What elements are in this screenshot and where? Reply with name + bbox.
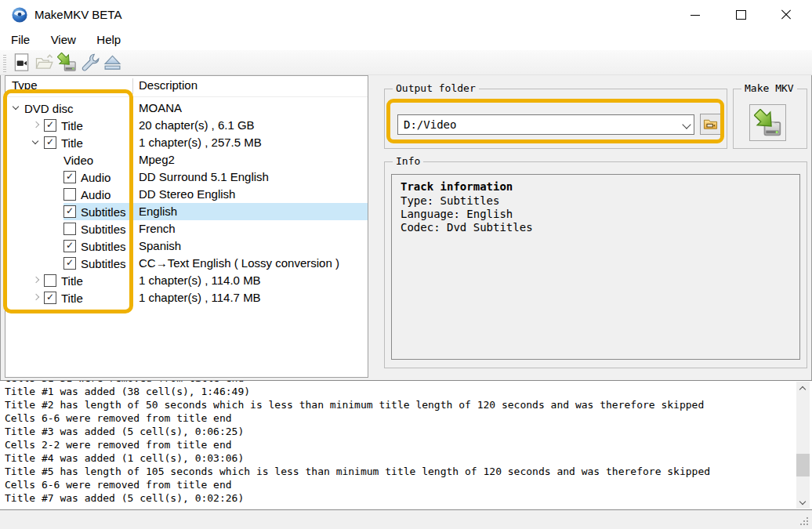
- expander-right-icon[interactable]: [28, 289, 44, 306]
- tree-row[interactable]: Title1 chapter(s) , 114.0 MB: [5, 272, 368, 289]
- expander-right-icon[interactable]: [28, 117, 44, 134]
- output-folder-value: D:/Video: [404, 115, 456, 134]
- log-line: Title #1 was added (38 cell(s), 1:46:49): [5, 385, 793, 398]
- chevron-down-icon: [682, 120, 691, 129]
- tree-row[interactable]: ✓Title1 chapter(s) , 257.5 MB: [5, 134, 368, 151]
- output-folder-combobox[interactable]: D:/Video: [397, 114, 694, 135]
- make-mkv-icon: [754, 109, 782, 137]
- output-folder-label: Output folder: [393, 82, 479, 94]
- make-mkv-button[interactable]: [749, 104, 786, 141]
- description-cell: 1 chapter(s) , 114.7 MB: [139, 289, 261, 306]
- description-cell: Mpeg2: [139, 151, 175, 168]
- menu-help[interactable]: Help: [88, 30, 129, 50]
- scroll-up-icon[interactable]: [796, 382, 810, 394]
- scroll-down-icon[interactable]: [796, 496, 810, 509]
- tree-row[interactable]: ✓SubtitlesCC→Text English ( Lossy conver…: [5, 255, 368, 272]
- folder-browse-icon: [703, 117, 718, 132]
- open-folder-icon: [34, 53, 54, 72]
- scrollbar-thumb[interactable]: [796, 454, 810, 476]
- expander-spacer: [48, 237, 63, 255]
- expander-spacer: [48, 203, 63, 220]
- info-label: Info: [393, 155, 423, 167]
- log-scrollbar[interactable]: [796, 382, 810, 509]
- track-info-type: Type: Subtitles: [401, 194, 499, 207]
- tree-row[interactable]: ✓AudioDD Surround 5.1 English: [5, 168, 368, 186]
- column-header-description[interactable]: Description: [139, 76, 198, 96]
- expander-down-icon[interactable]: [9, 100, 24, 117]
- tree-row[interactable]: AudioDD Stereo English: [5, 186, 368, 203]
- description-cell: MOANA: [139, 100, 182, 117]
- settings-button[interactable]: [78, 52, 101, 74]
- type-label: Subtitles: [81, 257, 126, 270]
- track-checkbox[interactable]: [44, 274, 56, 287]
- menu-file[interactable]: File: [2, 30, 38, 50]
- toolbar: [0, 50, 812, 75]
- expander-spacer: [48, 255, 63, 272]
- minimize-icon: [691, 15, 700, 16]
- track-checkbox[interactable]: ✓: [63, 257, 76, 270]
- type-label: Subtitles: [81, 240, 126, 253]
- type-cell: ✓Subtitles: [5, 203, 368, 220]
- track-checkbox[interactable]: ✓: [44, 292, 56, 304]
- eject-button[interactable]: [101, 52, 124, 74]
- maximize-button[interactable]: [723, 0, 759, 30]
- tree-row[interactable]: DVD discMOANA: [5, 100, 368, 117]
- close-button[interactable]: [768, 0, 804, 30]
- type-cell: Subtitles: [5, 220, 368, 237]
- description-cell: French: [139, 220, 176, 237]
- menu-bar: File View Help: [0, 30, 812, 50]
- wrench-icon: [80, 53, 100, 72]
- tree-row[interactable]: SubtitlesFrench: [5, 220, 368, 237]
- description-cell: 1 chapter(s) , 114.0 MB: [139, 272, 261, 289]
- tree-row[interactable]: VideoMpeg2: [5, 151, 368, 168]
- minimize-button[interactable]: [677, 0, 713, 30]
- log-line: Cells 2-2 were removed from title end: [5, 438, 793, 451]
- type-label: DVD disc: [24, 102, 74, 115]
- track-info-heading: Track information: [401, 180, 513, 193]
- makemkv-window: MakeMKV BETA File View Help: [0, 0, 812, 529]
- titlebar[interactable]: MakeMKV BETA: [0, 0, 812, 30]
- type-label: Audio: [81, 188, 111, 201]
- expander-spacer: [48, 168, 63, 186]
- video-file-icon: [12, 53, 31, 72]
- expander-spacer: [48, 186, 63, 203]
- tree-row[interactable]: ✓Title1 chapter(s) , 114.7 MB: [5, 289, 368, 306]
- open-video-file-button[interactable]: [10, 52, 33, 74]
- column-divider[interactable]: [132, 78, 133, 94]
- tree-header: Type Description: [5, 76, 368, 97]
- browse-folder-button[interactable]: [700, 114, 721, 135]
- log-line: Title #3 was added (5 cell(s), 0:06:25): [5, 425, 793, 438]
- track-checkbox[interactable]: ✓: [63, 171, 76, 183]
- window-title: MakeMKV BETA: [34, 0, 121, 30]
- tree-row[interactable]: ✓Title20 chapter(s) , 6.1 GB: [5, 117, 368, 134]
- description-cell: English: [139, 203, 177, 220]
- track-checkbox[interactable]: ✓: [44, 119, 56, 132]
- save-to-mkv-button[interactable]: [56, 52, 78, 74]
- expander-right-icon[interactable]: [28, 272, 44, 289]
- app-icon: [11, 6, 28, 24]
- description-cell: 1 chapter(s) , 257.5 MB: [139, 134, 262, 151]
- resize-grip[interactable]: [807, 524, 808, 525]
- log-panel[interactable]: Cells 31-31 were removed from title endT…: [0, 380, 812, 510]
- tree-row[interactable]: ✓SubtitlesSpanish: [5, 237, 368, 255]
- type-label: Subtitles: [81, 223, 126, 236]
- log-line: Cells 6-6 were removed from title end: [5, 478, 793, 491]
- menu-view[interactable]: View: [42, 30, 85, 50]
- description-cell: DD Surround 5.1 English: [139, 168, 269, 186]
- eject-icon: [103, 53, 122, 72]
- track-checkbox[interactable]: ✓: [63, 205, 76, 218]
- column-header-type[interactable]: Type: [12, 76, 38, 96]
- toolbar-drag-handle[interactable]: [3, 53, 6, 72]
- type-label: Title: [61, 292, 83, 305]
- title-tree: DVD discMOANA✓Title20 chapter(s) , 6.1 G…: [5, 96, 368, 306]
- track-checkbox[interactable]: [63, 188, 76, 201]
- track-checkbox[interactable]: ✓: [44, 136, 56, 149]
- type-cell: Video: [5, 151, 368, 168]
- description-cell: 20 chapter(s) , 6.1 GB: [139, 117, 255, 134]
- tree-row[interactable]: ✓SubtitlesEnglish: [5, 203, 368, 220]
- type-label: Audio: [81, 171, 111, 184]
- track-checkbox[interactable]: [63, 223, 76, 235]
- expander-down-icon[interactable]: [28, 134, 44, 151]
- track-checkbox[interactable]: ✓: [63, 240, 76, 252]
- log-line: Title #7 was added (5 cell(s), 0:02:26): [5, 491, 793, 505]
